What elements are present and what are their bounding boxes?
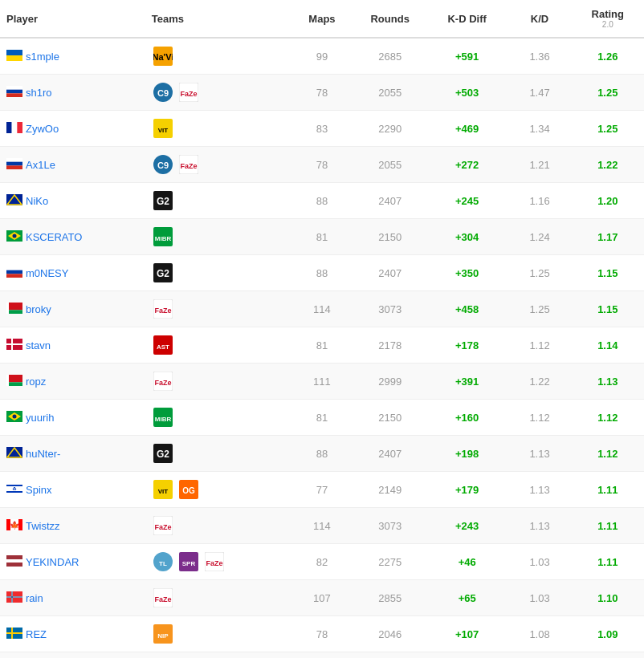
kd-diff-value: +272: [426, 147, 508, 183]
maps-value: 114: [290, 508, 353, 544]
kd-ratio-value: 1.13: [508, 436, 572, 472]
player-name-link[interactable]: broky: [26, 303, 51, 315]
rounds-value: 2275: [354, 544, 426, 580]
rounds-value: 3073: [354, 508, 426, 544]
teams-cell: VIT: [145, 111, 291, 147]
player-name-link[interactable]: KSCERATO: [26, 231, 82, 243]
player-cell: Spinx: [0, 472, 145, 508]
flag-icon: [6, 50, 22, 63]
flag-icon: [6, 411, 22, 424]
svg-text:🍁: 🍁: [10, 520, 20, 530]
rounds-value: 2855: [354, 580, 426, 616]
player-name-link[interactable]: ropz: [26, 376, 46, 388]
player-name-link[interactable]: rain: [26, 592, 43, 604]
player-name-link[interactable]: ZywOo: [26, 123, 59, 135]
maps-value: 77: [290, 472, 353, 508]
svg-text:C9: C9: [157, 88, 169, 98]
flag-icon: [6, 483, 22, 497]
header-maps: Maps: [290, 0, 353, 38]
svg-rect-87: [6, 596, 22, 597]
header-kd-diff: K-D Diff: [426, 0, 508, 38]
stats-table: Player Teams Maps Rounds K-D Diff K/D Ra…: [0, 0, 644, 658]
player-name-link[interactable]: s1mple: [26, 51, 59, 63]
teams-cell: G2: [145, 436, 291, 472]
maps-value: 81: [290, 327, 353, 364]
svg-rect-17: [6, 161, 22, 165]
team-logo: SPR: [177, 550, 200, 573]
player-name-link[interactable]: yuurih: [26, 412, 54, 424]
svg-text:OG: OG: [182, 486, 195, 495]
table-row: 🍁 Twistzz FaZe1143073+2431.131.11: [0, 508, 644, 544]
kd-diff-value: +391: [426, 364, 508, 400]
table-header-row: Player Teams Maps Rounds K-D Diff K/D Ra…: [0, 0, 644, 38]
rounds-value: 2055: [354, 147, 426, 183]
player-name-link[interactable]: m0NESY: [26, 267, 68, 279]
maps-value: 83: [290, 111, 353, 147]
rounds-value: 3073: [354, 291, 426, 327]
maps-value: 111: [290, 364, 353, 400]
table-row: Ax1Le C9FaZe782055+2721.211.22: [0, 147, 644, 183]
team-logo: G2: [152, 189, 174, 212]
kd-ratio-value: 1.12: [508, 400, 572, 436]
team-logo: C9: [152, 153, 174, 176]
player-name-link[interactable]: Ax1Le: [26, 159, 55, 171]
maps-value: 82: [290, 544, 353, 580]
table-row: KSCERATO MIBR812150+3041.241.17: [0, 219, 644, 255]
teams-cell: G2: [145, 255, 291, 291]
team-logo: NIP: [152, 623, 174, 645]
kd-diff-value: +86: [426, 652, 508, 659]
flag-icon: 🍁: [6, 519, 22, 533]
svg-rect-62: [6, 485, 22, 486]
svg-rect-6: [6, 93, 22, 97]
team-logo: FaZe: [152, 587, 174, 609]
svg-text:Na'Vi: Na'Vi: [153, 52, 173, 62]
rounds-value: 2999: [354, 364, 426, 400]
kd-ratio-value: 1.03: [508, 544, 572, 580]
player-cell: stavn: [0, 327, 145, 364]
team-logo: VIT: [152, 117, 174, 140]
player-name-link[interactable]: Twistzz: [26, 520, 60, 532]
svg-text:TL: TL: [159, 560, 167, 567]
player-cell: broky: [0, 291, 145, 327]
player-name-link[interactable]: YEKINDAR: [26, 556, 79, 568]
kd-diff-value: +469: [426, 111, 508, 147]
header-teams: Teams: [145, 0, 291, 38]
kd-diff-value: +198: [426, 436, 508, 472]
table-row: rain FaZe1072855+651.031.10: [0, 580, 644, 616]
kd-diff-value: +591: [426, 38, 508, 75]
player-cell: yuurih: [0, 400, 145, 436]
player-name-link[interactable]: Spinx: [26, 484, 52, 496]
player-name-link[interactable]: huNter-: [26, 448, 60, 460]
svg-text:G2: G2: [157, 196, 169, 207]
rating-value: 1.15: [572, 291, 644, 327]
svg-point-29: [13, 234, 17, 238]
maps-value: 99: [290, 38, 353, 75]
team-logo: FaZe: [152, 298, 174, 320]
svg-text:SPR: SPR: [181, 560, 195, 567]
team-logo: C9: [152, 81, 174, 104]
svg-text:MIBR: MIBR: [154, 416, 171, 423]
rounds-value: 2407: [354, 255, 426, 291]
player-name-link[interactable]: sh1ro: [26, 87, 52, 99]
team-logo: TL: [152, 550, 174, 573]
rounds-value: 2178: [354, 327, 426, 364]
player-name-link[interactable]: REZ: [26, 628, 47, 640]
player-name-link[interactable]: stavn: [26, 339, 51, 351]
kd-ratio-value: 1.24: [508, 219, 572, 255]
table-row: REZ NIP782046+1071.081.09: [0, 616, 644, 652]
team-logo: G2: [152, 442, 174, 465]
rounds-value: 2150: [354, 219, 426, 255]
team-logo: FaZe: [203, 550, 226, 573]
kd-ratio-value: 1.05: [508, 652, 572, 659]
teams-cell: MIBR: [145, 400, 291, 436]
teams-cell: C9FaZe: [145, 75, 291, 111]
maps-value: 99: [290, 652, 353, 659]
maps-value: 114: [290, 291, 353, 327]
table-row: huNter- G2882407+1981.131.12: [0, 436, 644, 472]
rating-value: 1.15: [572, 255, 644, 291]
kd-diff-value: +350: [426, 255, 508, 291]
table-row: YEKINDAR TLSPRFaZe822275+461.031.11: [0, 544, 644, 580]
player-name-link[interactable]: NiKo: [26, 195, 48, 207]
maps-value: 81: [290, 400, 353, 436]
player-cell: REZ: [0, 616, 145, 652]
